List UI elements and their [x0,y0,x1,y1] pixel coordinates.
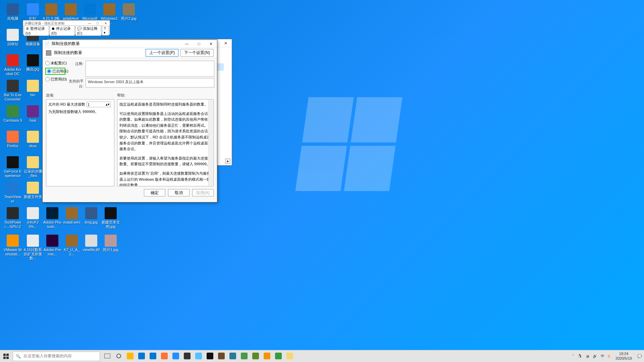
desktop-icon[interactable]: Adobe Photosh... [43,207,62,229]
action-center-icon[interactable]: 💬 [637,354,642,358]
comment-label: 注释: [68,61,86,77]
desktop-icon[interactable]: 新建文件夹 [23,182,42,199]
desktop-icon[interactable]: Firefox [3,131,22,148]
taskbar-clock[interactable]: 18:24 2020/5/18 [613,352,634,360]
desktop-icon[interactable]: 记录的步骤_files [23,156,42,178]
taskbar-app-icon[interactable] [284,351,295,362]
desktop-icon[interactable]: 照片2.jpg [119,3,138,21]
taskbar-app-icon[interactable] [148,351,158,362]
desktop-icon[interactable]: hsai [23,105,42,123]
next-setting-button[interactable]: 下一个设置(N) [180,49,214,57]
tray-chevron-icon[interactable]: ˄ [572,354,574,358]
desktop-icon[interactable]: GeForce Experience [3,156,22,178]
ok-button[interactable]: 确定 [144,189,165,196]
cortana-button[interactable] [113,351,124,362]
options-header: 选项: [46,93,114,98]
tray-qq-icon[interactable]: 🐧 [578,354,582,358]
unlimited-hint: 为无限制连接数键入 999999。 [48,109,112,114]
desktop-icon[interactable]: Bat To Exe Converter [3,80,22,101]
task-view-button[interactable] [102,351,113,362]
taskbar-app-icon[interactable] [216,351,227,362]
apply-button[interactable]: 应用(A) [192,189,214,196]
desktop-icon[interactable]: skus [23,131,42,148]
desktop-icon[interactable]: TechPower... GPU-Z [3,207,22,229]
desktop-icon[interactable]: (HIUF25%... [23,207,42,229]
prev-setting-button[interactable]: 上一个设置(P) [146,49,178,57]
desktop-icon[interactable]: Adobe Acrobat DC [3,54,22,76]
search-placeholder: 在这里输入你要搜索的内容 [23,353,72,359]
taskbar-app-icon[interactable] [227,351,238,362]
svg-rect-2 [3,357,6,359]
desktop-icon[interactable]: VMware Workstati... [3,235,22,256]
comment-textarea[interactable] [86,61,214,77]
taskbar-app-icon[interactable] [182,351,193,362]
taskbar-app-icon[interactable] [239,351,250,362]
tray-sogou-icon[interactable]: S [608,354,610,358]
desktop-icon[interactable]: K7_U_A_2... [62,235,81,256]
taskbar-pinned-icons [102,351,295,362]
options-panel: 允许的 RD 最大连接数 ▴▾ 为无限制连接数键入 999999。 [46,99,114,186]
radio-enabled[interactable]: 已启用(E) [47,69,68,74]
add-comment-button[interactable]: 💬 添加注释(C) [75,25,101,36]
radio-not-configured[interactable]: 未配置(C) [45,61,65,66]
scroll-right-button[interactable]: ▸ [225,159,230,164]
taskbar-app-icon[interactable] [273,351,284,362]
help-panel: 指定远程桌面服务是否限制同时连接到服务器的数量。 可以使用此设置限制服务器上活动… [117,99,214,186]
tray-ime-icon[interactable]: 中 [601,354,604,359]
svg-rect-0 [3,354,6,356]
platform-label: 支持的平台: [68,78,86,89]
stop-record-button[interactable]: ⏺ 停止记录(O) [50,25,75,36]
dialog-close-button[interactable]: ✕ [205,40,217,48]
desktop-icon[interactable]: 此电脑 [3,3,22,21]
setting-name: 限制连接的数量 [54,50,144,56]
desktop-icon[interactable]: viewfile.jfif [82,235,101,252]
desktop-icon[interactable]: Microsoft [80,3,99,21]
taskbar-app-icon[interactable] [205,351,215,362]
tray-volume-icon[interactable]: 🔊 [593,354,597,358]
desktop-icon[interactable]: TeamViewer [3,182,22,203]
desktop-icon[interactable]: install.wim [62,207,81,225]
desktop-icon[interactable]: 腾讯QQ [23,54,42,72]
radio-disabled[interactable]: 已禁用(D) [45,77,65,82]
desktop-icon[interactable]: 钉钉 [23,3,42,21]
desktop-icon[interactable]: Camtasia 9 [3,105,22,123]
dialog-icon: 📄 [45,42,50,46]
svg-rect-1 [6,354,9,356]
taskbar-app-icon[interactable] [262,351,272,362]
cancel-button[interactable]: 取消 [168,189,190,196]
gpo-setting-dialog: 📄 限制连接的数量 — □ ✕ 限制连接的数量 上一个设置(P) 下一个设置(N… [42,40,217,202]
desktop-icon[interactable]: bin [23,80,42,97]
setting-icon [46,50,51,56]
desktop-icon[interactable]: 照片1.jpg [101,235,120,252]
desktop-icon[interactable]: 回收站 [3,29,22,46]
dialog-title: 限制连接的数量 [50,41,181,47]
pause-record-button[interactable]: ⏸ 暂停记录(U) [24,25,49,36]
taskbar: 🔍 在这里输入你要搜索的内容 ˄ 🐧 🖥 🔊 中 S 18:24 2020/5/… [0,350,644,362]
tray-network-icon[interactable]: 🖥 [586,354,589,358]
search-box[interactable]: 🔍 在这里输入你要搜索的内容 [13,352,100,361]
start-button[interactable] [0,350,12,362]
close-button[interactable]: ✕ [102,20,110,26]
taskbar-app-icon[interactable] [193,351,204,362]
desktop-icon[interactable]: 新建文本文档.jpg [101,207,120,229]
dialog-minimize-button[interactable]: — [181,40,193,48]
svg-rect-3 [6,357,9,359]
desktop-icon[interactable]: timg.jpg [82,207,101,225]
bgwin-close-button[interactable]: ✕ [220,39,232,47]
help-button[interactable]: ?▾ [102,26,109,36]
search-icon: 🔍 [16,354,21,359]
taskbar-app-icon[interactable] [159,351,170,362]
taskbar-app-icon[interactable] [170,351,181,362]
desktop-icon[interactable]: 4.15日数系的扩充和复数... [23,235,42,260]
dialog-maximize-button[interactable]: □ [193,40,205,48]
desktop-icon[interactable]: Adobe Premie... [43,235,62,256]
taskbar-app-icon[interactable] [125,351,136,362]
taskbar-app-icon[interactable] [136,351,147,362]
max-conn-label: 允许的 RD 最大连接数 [48,102,85,107]
taskbar-app-icon[interactable] [250,351,261,362]
max-conn-spinner[interactable]: ▴▾ [87,102,111,107]
help-scrollbar[interactable] [208,100,213,186]
steps-recorder-window: 步骤记录器 - 现在正在录制 — □ ✕ ⏸ 暂停记录(U) ⏺ 停止记录(O)… [23,20,110,35]
platform-value: Windows Server 2003 及以上版本 [86,78,214,87]
system-tray: ˄ 🐧 🖥 🔊 中 S 18:24 2020/5/18 💬 [572,352,644,360]
